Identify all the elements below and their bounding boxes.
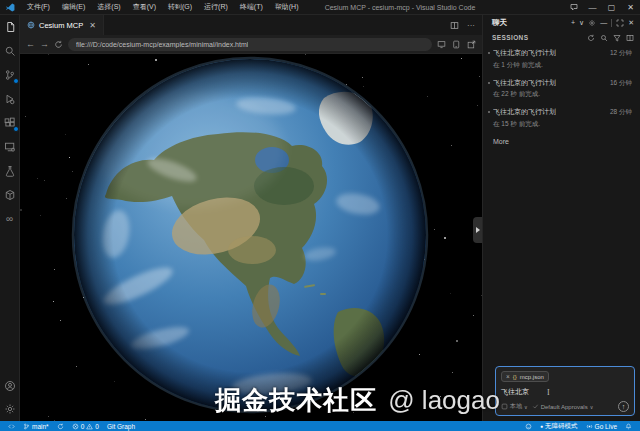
reload-icon[interactable] (54, 40, 63, 49)
window-controls: — ▢ ✕ (564, 0, 640, 14)
chat-panel: 聊天 + ∨ — ✕ SESSIONS (482, 15, 640, 421)
remote-icon (8, 423, 15, 430)
filter-icon[interactable] (613, 34, 621, 42)
chat-panel-actions: + ∨ — ✕ (571, 19, 634, 27)
main-area: ∞ Cesium MCP ✕ ··· (0, 15, 640, 421)
mode-icon (501, 403, 508, 410)
panel-toggle-handle[interactable] (473, 217, 482, 243)
sessions-header[interactable]: SESSIONS (483, 31, 640, 44)
session-age: 16 分钟 (604, 79, 632, 88)
problems-status[interactable]: 0 0 (68, 423, 103, 430)
source-control-icon[interactable] (3, 68, 16, 81)
chevron-down-icon: ∨ (524, 404, 528, 410)
remote-explorer-icon[interactable] (3, 140, 16, 153)
collapse-panel-icon[interactable]: — (600, 19, 607, 27)
new-chat-icon[interactable]: + (571, 19, 575, 27)
cesium-preview[interactable] (20, 54, 482, 421)
menu-item[interactable]: 运行(R) (199, 1, 233, 13)
infinity-tool-icon[interactable]: ∞ (3, 212, 16, 225)
chat-panel-header: 聊天 + ∨ — ✕ (483, 15, 640, 31)
forward-icon[interactable]: → (40, 40, 49, 49)
session-item[interactable]: 飞往北京的飞行计划 12 分钟 在 1 分钟 前完成. (483, 44, 640, 74)
maximize-button[interactable]: ▢ (602, 0, 621, 14)
title-bar: 文件(F)编辑(E)选择(S)查看(V)转到(G)运行(R)终端(T)帮助(H)… (0, 0, 640, 15)
editor-actions: ··· (450, 15, 482, 35)
git-branch-status[interactable]: main* (19, 423, 53, 430)
url-input[interactable]: file:///D:/code/cesium-mcp/examples/mini… (68, 38, 432, 51)
search-icon[interactable] (3, 44, 16, 57)
go-live-label: Go Live (595, 423, 617, 430)
menu-item[interactable]: 转到(G) (163, 1, 197, 13)
globe-icon (27, 21, 35, 29)
open-in-browser-icon[interactable] (437, 40, 446, 49)
feedback-smiley[interactable] (521, 423, 536, 430)
menu-bar: 文件(F)编辑(E)选择(S)查看(V)转到(G)运行(R)终端(T)帮助(H) (22, 1, 303, 13)
layout-icon[interactable] (626, 34, 634, 42)
editor-group: Cesium MCP ✕ ··· ← → file:///D:/code/ces… (20, 15, 482, 421)
minimize-button[interactable]: — (583, 0, 602, 14)
refresh-icon[interactable] (587, 34, 595, 42)
chat-settings-gear-icon[interactable] (588, 19, 596, 27)
close-button[interactable]: ✕ (621, 0, 640, 14)
account-icon[interactable] (3, 379, 16, 392)
session-item[interactable]: 飞往北京的飞行计划 16 分钟 在 22 秒 前完成. (483, 74, 640, 104)
split-editor-icon[interactable] (450, 21, 459, 30)
notifications-bell[interactable] (621, 423, 636, 430)
sessions-list: 飞往北京的飞行计划 12 分钟 在 1 分钟 前完成. 飞往北京的飞行计划 16… (483, 44, 640, 133)
tab-label: Cesium MCP (39, 21, 83, 30)
back-icon[interactable]: ← (26, 40, 35, 49)
devtools-icon[interactable] (452, 40, 461, 49)
more-actions-icon[interactable]: ··· (467, 21, 475, 30)
mode-selector[interactable]: 本地 ∨ (501, 402, 528, 411)
send-button[interactable]: ↑ (618, 401, 629, 412)
approvals-selector[interactable]: Default Approvals ∨ (532, 403, 594, 410)
tab-cesium-mcp[interactable]: Cesium MCP ✕ (20, 15, 104, 35)
close-panel-icon[interactable]: ✕ (628, 19, 634, 27)
broadcast-icon (586, 423, 593, 430)
remove-context-icon[interactable]: × (506, 373, 510, 380)
explorer-icon[interactable] (3, 20, 16, 33)
chevron-down-icon[interactable]: ∨ (579, 19, 584, 27)
menu-item[interactable]: 文件(F) (22, 1, 55, 13)
error-icon (72, 423, 79, 430)
git-graph-button[interactable]: Git Graph (103, 423, 139, 430)
open-external-icon[interactable] (467, 40, 476, 49)
mode-label: 本地 (510, 402, 522, 411)
session-age: 28 分钟 (604, 108, 632, 117)
chat-input-box[interactable]: × {} mcp.json 飞往北京 I 本地 ∨ (495, 366, 635, 416)
menu-item[interactable]: 编辑(E) (57, 1, 90, 13)
context-chip[interactable]: × {} mcp.json (501, 371, 549, 382)
extensions-icon[interactable] (3, 116, 16, 129)
sync-status[interactable] (53, 423, 68, 430)
more-sessions-link[interactable]: More (483, 133, 640, 150)
menu-item[interactable]: 查看(V) (128, 1, 161, 13)
vscode-logo-icon (6, 3, 15, 12)
session-item[interactable]: 飞往北京的飞行计划 28 分钟 在 15 秒 前完成. (483, 103, 640, 133)
search-sessions-icon[interactable] (600, 34, 608, 42)
chat-message-input[interactable]: 飞往北京 I (501, 387, 629, 397)
chat-toggle-icon[interactable] (564, 0, 583, 14)
chat-input-container: × {} mcp.json 飞往北京 I 本地 ∨ (495, 366, 635, 416)
activity-bar: ∞ (0, 15, 20, 421)
menu-item[interactable]: 终端(T) (235, 1, 268, 13)
approvals-label: Default Approvals (541, 404, 588, 410)
testing-icon[interactable] (3, 164, 16, 177)
session-title: 飞往北京的飞行计划 (493, 78, 556, 88)
maximize-panel-icon[interactable] (616, 19, 624, 27)
sessions-actions (587, 34, 634, 42)
menu-item[interactable]: 选择(S) (92, 1, 125, 13)
session-age: 12 分钟 (604, 49, 632, 58)
chat-input-toolbar: 本地 ∨ Default Approvals ∨ ↑ (501, 397, 629, 412)
settings-gear-icon[interactable] (3, 402, 16, 415)
run-and-debug-icon[interactable] (3, 92, 16, 105)
tab-close-icon[interactable]: ✕ (89, 21, 96, 30)
package-icon[interactable] (3, 188, 16, 201)
accessibility-status[interactable]: ● 无障碍模式 (536, 422, 582, 431)
go-live-button[interactable]: Go Live (582, 423, 621, 430)
earth-globe[interactable] (20, 54, 482, 421)
chat-input-value: 飞往北京 (501, 387, 529, 397)
menu-item[interactable]: 帮助(H) (270, 1, 304, 13)
remote-indicator[interactable] (4, 423, 19, 430)
warning-count: 0 (95, 423, 99, 430)
smiley-icon (525, 423, 532, 430)
